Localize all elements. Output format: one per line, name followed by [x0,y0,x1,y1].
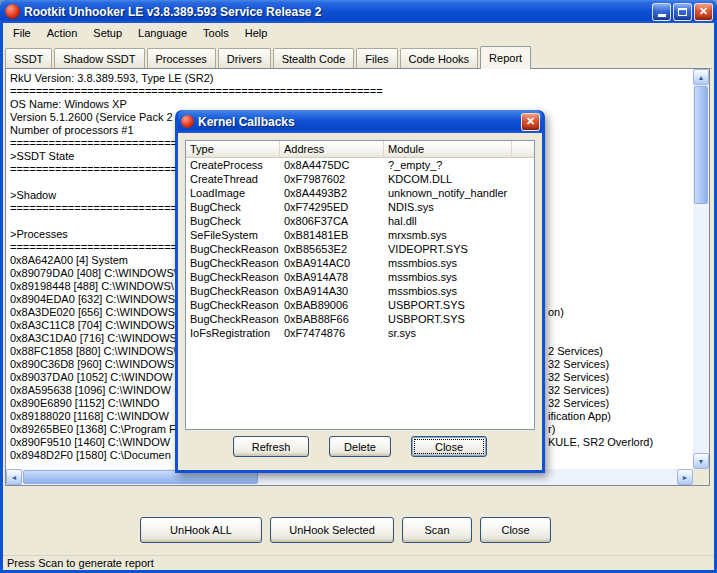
delete-button[interactable]: Delete [329,436,391,457]
column-header-module[interactable]: Module [384,141,512,157]
dialog-close-button[interactable]: ✕ [521,113,540,131]
scroll-down-button[interactable]: ▼ [693,453,709,469]
callback-address: 0x806F37CA [280,214,384,228]
callback-row[interactable]: BugCheck 0xF74295ED NDIS.sys [186,200,534,214]
callback-address: 0xF7474876 [280,326,384,340]
menu-item[interactable]: Tools [195,25,237,41]
callback-module: mssmbios.sys [384,270,512,284]
callback-row[interactable]: LoadImage 0x8A4493B2 unknown_notify_hand… [186,186,534,200]
report-line-right-fragment: KULE, SR2 Overlord) [548,436,653,449]
callback-row[interactable]: BugCheckReason 0xBAB89006 USBPORT.SYS [186,298,534,312]
callback-row[interactable]: IoFsRegistration 0xF7474876 sr.sys [186,326,534,340]
callback-row[interactable]: SeFileSystem 0xB81481EB mrxsmb.sys [186,228,534,242]
callback-row[interactable]: BugCheckReason 0xBAB88F66 USBPORT.SYS [186,312,534,326]
menu-item[interactable]: File [5,25,39,41]
callback-row[interactable]: BugCheck 0x806F37CA hal.dll [186,214,534,228]
report-line-text: Version 5.1.2600 (Service Pack 2 [10,111,173,123]
menu-item[interactable]: Action [39,25,86,41]
maximize-button[interactable] [673,3,692,21]
menu-item[interactable]: Language [130,25,195,41]
window-controls: ✕ [652,3,713,21]
callback-type: BugCheckReason [186,298,280,312]
callback-row[interactable]: BugCheckReason 0xBA914A78 mssmbios.sys [186,270,534,284]
report-line-text: 0x8904EDA0 [632] C:\WINDOWS\ [10,293,178,305]
menu-item[interactable]: Help [237,25,276,41]
callback-address: 0xF74295ED [280,200,384,214]
callback-address: 0x8A4475DC [280,158,384,172]
callback-row[interactable]: BugCheckReason 0xB85653E2 VIDEOPRT.SYS [186,242,534,256]
scan-button[interactable]: Scan [402,517,472,543]
tab[interactable]: Processes [147,48,216,68]
callback-address: 0xBA914AC0 [280,256,384,270]
dialog-icon [181,115,194,128]
callback-address: 0xF7987602 [280,172,384,186]
vertical-scrollbar[interactable]: ▲ ▼ [693,69,709,469]
report-line-text: Number of processors #1 [10,124,134,136]
minimize-icon [658,14,666,17]
report-line-text: 0x890F9510 [1460] C:\WINDOW [10,436,170,448]
callback-module: VIDEOPRT.SYS [384,242,512,256]
close-main-button[interactable]: Close [480,517,551,543]
report-line-text: OS Name: Windows XP [10,98,127,110]
scroll-right-button[interactable]: ► [677,469,693,485]
close-button[interactable]: ✕ [694,3,713,21]
tab[interactable]: Drivers [218,48,271,68]
callback-address: 0xB81481EB [280,228,384,242]
menu-item[interactable]: Setup [85,25,130,41]
close-icon: ✕ [699,6,708,17]
vertical-scroll-thumb[interactable] [694,86,708,204]
unhook-all-button[interactable]: UnHook ALL [140,517,262,543]
callback-row[interactable]: CreateThread 0xF7987602 KDCOM.DLL [186,172,534,186]
callback-row[interactable]: BugCheckReason 0xBA914AC0 mssmbios.sys [186,256,534,270]
callback-address: 0xB85653E2 [280,242,384,256]
callbacks-list: Type Address Module CreateProcess 0x8A44… [185,140,535,430]
report-line-text: 0x89265BE0 [1368] C:\Program F [10,423,176,435]
report-line-text: 0x8A3DE020 [656] C:\WINDOWS\ [10,306,178,318]
callback-module: NDIS.sys [384,200,512,214]
report-line: ========================================… [10,85,693,98]
report-line-text: 0x89037DA0 [1052] C:\WINDOW [10,371,173,383]
report-line-text: 0x89188020 [1168] C:\WINDOW [10,410,169,422]
report-line-text: 0x89198448 [488] C:\WINDOWS\ [10,280,174,292]
tab[interactable]: Shadow SSDT [54,48,144,68]
tab[interactable]: Code Hooks [400,48,479,68]
arrow-down-icon: ▼ [698,458,705,465]
dialog-titlebar[interactable]: Kernel Callbacks ✕ [178,110,542,133]
callback-row[interactable]: CreateProcess 0x8A4475DC ?_empty_? [186,158,534,172]
dialog-body: Type Address Module CreateProcess 0x8A44… [178,133,542,470]
dialog-close-action-button[interactable]: Close [411,436,487,457]
callback-type: BugCheckReason [186,284,280,298]
tab[interactable]: Files [356,48,397,68]
tab[interactable]: SSDT [5,48,52,68]
refresh-button[interactable]: Refresh [233,436,309,457]
status-text: Press Scan to generate report [7,557,154,569]
dialog-title: Kernel Callbacks [198,115,517,129]
tab[interactable]: Stealth Code [273,48,355,68]
callback-module: unknown_notify_handler [384,186,512,200]
arrow-right-icon: ► [682,474,689,481]
report-line-right-fragment: 32 Services) [548,397,609,410]
minimize-button[interactable] [652,3,671,21]
callback-type: BugCheckReason [186,312,280,326]
scroll-left-button[interactable]: ◄ [6,469,22,485]
report-line-right-fragment: on) [548,306,564,319]
window-title: Rootkit Unhooker LE v3.8.389.593 Service… [24,5,648,19]
list-rows: CreateProcess 0x8A4475DC ?_empty_? Creat… [186,158,534,340]
callback-module: ?_empty_? [384,158,512,172]
app-icon [5,4,20,19]
report-line-text: RkU Version: 3.8.389.593, Type LE (SR2) [10,72,213,84]
callback-module: USBPORT.SYS [384,312,512,326]
column-header-address[interactable]: Address [280,141,384,157]
report-line: RkU Version: 3.8.389.593, Type LE (SR2) [10,72,693,85]
callback-module: mssmbios.sys [384,284,512,298]
unhook-selected-button[interactable]: UnHook Selected [270,517,394,543]
callback-module: USBPORT.SYS [384,298,512,312]
callback-module: mssmbios.sys [384,256,512,270]
column-header-type[interactable]: Type [186,141,280,157]
scroll-up-button[interactable]: ▲ [693,69,709,85]
tab[interactable]: Report [480,46,531,69]
callback-row[interactable]: BugCheckReason 0xBA914A30 mssmbios.sys [186,284,534,298]
callback-address: 0xBA914A78 [280,270,384,284]
titlebar[interactable]: Rootkit Unhooker LE v3.8.389.593 Service… [0,0,717,23]
status-bar: Press Scan to generate report [3,555,714,570]
